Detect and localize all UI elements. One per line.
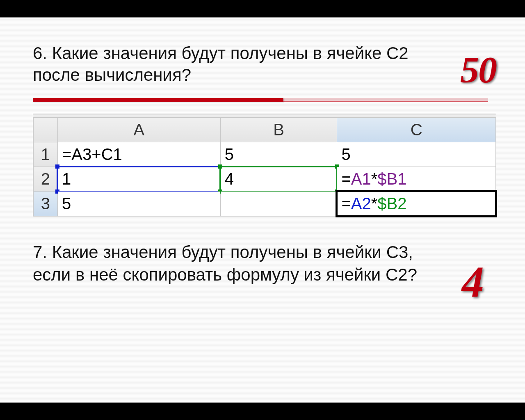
row-header-1[interactable]: 1 bbox=[34, 142, 58, 167]
handle-B2-tl[interactable] bbox=[218, 164, 222, 169]
cell-B2[interactable]: 4 bbox=[220, 167, 337, 192]
divider bbox=[33, 98, 488, 102]
selection-A2 bbox=[57, 166, 221, 192]
row-header-3[interactable]: 3 bbox=[34, 192, 58, 216]
spreadsheet-grid: A B C 1 =A3+C1 5 5 2 1 4 bbox=[33, 117, 496, 216]
row-header-2[interactable]: 2 bbox=[34, 167, 58, 192]
handle-A2-tl[interactable] bbox=[55, 164, 59, 169]
selection-B2 bbox=[219, 166, 338, 192]
row-3: 3 5 =A2*$B2 bbox=[34, 192, 496, 216]
spreadsheet: A B C 1 =A3+C1 5 5 2 1 4 bbox=[33, 113, 496, 217]
row-2: 2 1 4 =A1*$B1 bbox=[34, 167, 496, 192]
cell-A3[interactable]: 5 bbox=[57, 192, 220, 216]
cell-C3-ref2: $B2 bbox=[377, 194, 406, 212]
cell-C3-ref1: A2 bbox=[351, 194, 371, 212]
col-header-C[interactable]: C bbox=[337, 118, 496, 142]
cell-A1[interactable]: =A3+C1 bbox=[57, 142, 220, 167]
cell-C2-eq: = bbox=[341, 170, 351, 188]
sheet-toolbar-strip bbox=[33, 113, 496, 117]
cell-C1[interactable]: 5 bbox=[337, 142, 496, 167]
cell-C2-ref2: $B1 bbox=[377, 170, 406, 188]
cell-B2-value: 4 bbox=[225, 170, 234, 188]
row-1: 1 =A3+C1 5 5 bbox=[34, 142, 496, 167]
col-header-B[interactable]: B bbox=[220, 118, 337, 142]
corner-cell[interactable] bbox=[34, 118, 58, 142]
cell-C2-ref1: A1 bbox=[351, 170, 371, 188]
question-6-text: 6. Какие значения будут получены в ячейк… bbox=[33, 43, 455, 86]
cell-C3-op: * bbox=[371, 194, 378, 212]
cell-A2[interactable]: 1 bbox=[57, 167, 220, 192]
cell-B3[interactable] bbox=[220, 192, 337, 216]
question-7-text: 7. Какие значения будут получены в ячейк… bbox=[33, 241, 451, 286]
column-header-row: A B C bbox=[34, 118, 496, 142]
cell-C2[interactable]: =A1*$B1 bbox=[337, 167, 496, 192]
cell-B1[interactable]: 5 bbox=[220, 142, 337, 167]
cell-C3-eq: = bbox=[341, 194, 351, 212]
question-6: 6. Какие значения будут получены в ячейк… bbox=[33, 43, 500, 86]
question-7: 7. Какие значения будут получены в ячейк… bbox=[33, 241, 500, 286]
question-6-answer: 50 bbox=[460, 48, 496, 91]
cell-C3[interactable]: =A2*$B2 bbox=[337, 192, 496, 216]
slide: 6. Какие значения будут получены в ячейк… bbox=[0, 17, 525, 403]
cell-C2-op: * bbox=[371, 170, 378, 188]
question-7-answer: 4 bbox=[462, 257, 484, 308]
cell-A2-value: 1 bbox=[62, 170, 71, 188]
col-header-A[interactable]: A bbox=[57, 118, 220, 142]
